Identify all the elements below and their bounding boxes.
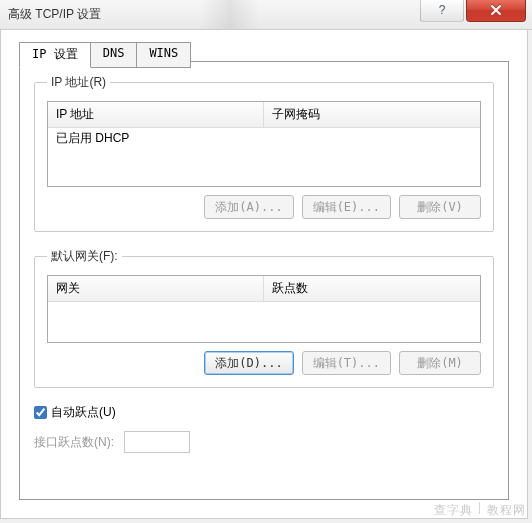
tab-dns[interactable]: DNS [90, 42, 138, 68]
ip-button-row: 添加(A)... 编辑(E)... 删除(V) [47, 195, 481, 219]
auto-metric-row: 自动跃点(U) [34, 404, 494, 421]
divider-icon [479, 502, 480, 514]
titlebar-shadow [200, 0, 260, 29]
interface-metric-input[interactable] [124, 431, 190, 453]
col-ip-address[interactable]: IP 地址 [48, 102, 264, 127]
ip-add-button[interactable]: 添加(A)... [204, 195, 293, 219]
gateway-legend: 默认网关(F): [47, 248, 122, 265]
interface-metric-label: 接口跃点数(N): [34, 434, 114, 451]
titlebar-buttons: ? [420, 0, 532, 22]
tab-ip-settings[interactable]: IP 设置 [19, 42, 91, 68]
ip-remove-button[interactable]: 删除(V) [399, 195, 481, 219]
window-title: 高级 TCP/IP 设置 [8, 6, 101, 23]
gateway-group: 默认网关(F): 网关 跃点数 添加(D)... 编辑(T)... 删除(M) [34, 248, 494, 388]
watermark: 查字典 教程网 [434, 502, 526, 519]
gateway-edit-button[interactable]: 编辑(T)... [302, 351, 391, 375]
ip-address-group: IP 地址(R) IP 地址 子网掩码 已启用 DHCP 添加(A)... 编辑… [34, 74, 494, 232]
ip-list-body: 已启用 DHCP [48, 128, 480, 186]
auto-metric-label[interactable]: 自动跃点(U) [51, 404, 116, 421]
interface-metric-row: 接口跃点数(N): [34, 431, 494, 453]
close-button[interactable] [466, 0, 526, 22]
gateway-list-header: 网关 跃点数 [48, 276, 480, 302]
gateway-list[interactable]: 网关 跃点数 [47, 275, 481, 343]
dialog-body: IP 设置 DNS WINS IP 地址(R) IP 地址 子网掩码 已启用 D… [0, 30, 528, 519]
svg-text:?: ? [439, 4, 446, 16]
list-item[interactable]: 已启用 DHCP [48, 128, 480, 149]
tab-strip: IP 设置 DNS WINS [19, 42, 190, 68]
titlebar: 高级 TCP/IP 设置 ? [0, 0, 532, 30]
watermark-a: 查字典 [434, 503, 473, 517]
tab-wins[interactable]: WINS [136, 42, 191, 68]
watermark-b: 教程网 [487, 503, 526, 517]
ip-address-legend: IP 地址(R) [47, 74, 110, 91]
ip-edit-button[interactable]: 编辑(E)... [302, 195, 391, 219]
gateway-remove-button[interactable]: 删除(M) [399, 351, 481, 375]
col-subnet-mask[interactable]: 子网掩码 [264, 102, 480, 127]
ip-list-header: IP 地址 子网掩码 [48, 102, 480, 128]
col-metric[interactable]: 跃点数 [264, 276, 480, 301]
auto-metric-checkbox[interactable] [34, 406, 47, 419]
col-gateway[interactable]: 网关 [48, 276, 264, 301]
tab-panel-ip: IP 地址(R) IP 地址 子网掩码 已启用 DHCP 添加(A)... 编辑… [19, 61, 509, 500]
gateway-add-button[interactable]: 添加(D)... [204, 351, 293, 375]
ip-dhcp-cell: 已启用 DHCP [48, 128, 137, 149]
gateway-list-body [48, 302, 480, 342]
ip-address-list[interactable]: IP 地址 子网掩码 已启用 DHCP [47, 101, 481, 187]
gateway-button-row: 添加(D)... 编辑(T)... 删除(M) [47, 351, 481, 375]
help-button[interactable]: ? [420, 0, 464, 22]
